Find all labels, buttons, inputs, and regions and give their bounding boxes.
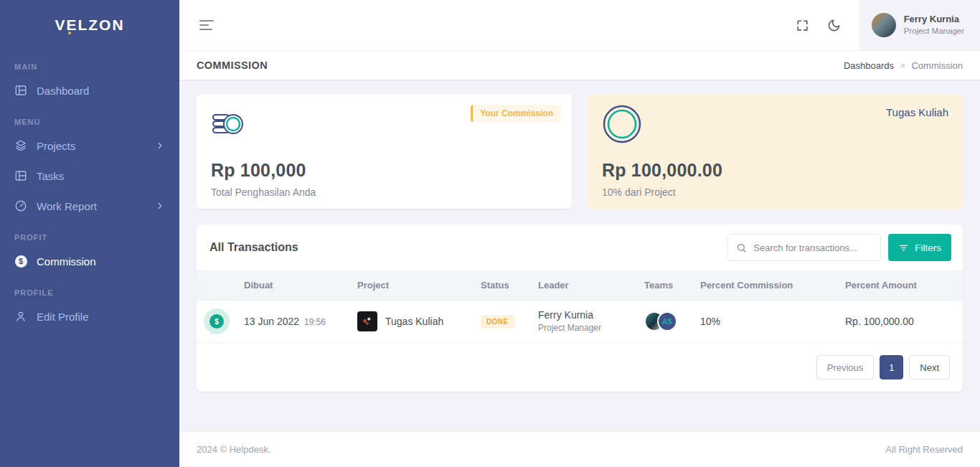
column-status: Status [475,270,532,301]
app-root: VELZON MAIN Dashboard MENU Projects Task… [0,0,980,467]
user-role: Project Manager [904,26,964,37]
footer-copyright: 2024 © Helpdesk. [197,444,271,455]
sidebar-item-projects[interactable]: Projects [0,131,179,161]
topbar: Ferry Kurnia Project Manager [179,0,980,50]
sidebar-item-label: Work Report [37,200,97,212]
filter-icon [898,242,909,253]
page-title-bar: COMMISSION Dashboards > Commission [179,50,980,80]
main-area: Ferry Kurnia Project Manager COMMISSION … [179,0,980,467]
commission-summary-card: Your Commission Rp 100,000 Total Penghas… [197,94,572,209]
brand-logo-text: VELZON [55,16,124,34]
user-avatar [872,13,896,37]
sidebar-item-work-report[interactable]: Work Report [0,191,179,221]
breadcrumb-dashboards[interactable]: Dashboards [844,60,894,71]
column-dibuat: Dibuat [238,270,352,301]
transaction-time: 19:56 [304,317,326,327]
pagination: Previous 1 Next [197,343,963,392]
sidebar-item-edit-profile[interactable]: Edit Profile [0,301,179,331]
filters-button-label: Filters [915,242,941,253]
page-title: COMMISSION [197,60,268,71]
total-commission-amount: Rp 100,000 [211,160,557,181]
sidebar-item-label: Commission [37,255,96,268]
sidebar-item-tasks[interactable]: Tasks [0,161,179,191]
column-percent-commission: Percent Commission [694,270,839,301]
leader-role: Project Manager [538,322,633,334]
transactions-card: All Transactions Filters [197,225,963,392]
team-avatar-initials: AS [657,311,677,331]
page-footer: 2024 © Helpdesk. All Right Reserved [179,431,980,467]
dashboard-icon [14,84,27,97]
person-icon [14,310,27,323]
transactions-header: All Transactions Filters [197,225,963,270]
column-leader: Leader [532,270,639,301]
pagination-next-button[interactable]: Next [909,355,950,379]
filters-button[interactable]: Filters [888,234,951,261]
dark-mode-moon-icon[interactable] [819,0,850,50]
pagination-previous-button[interactable]: Previous [816,355,875,379]
summary-cards-row: Your Commission Rp 100,000 Total Penghas… [197,94,963,209]
search-icon [736,242,747,253]
sidebar-section-menu: MENU [0,105,179,131]
layers-icon [14,139,27,152]
chevron-right-icon [155,141,165,151]
topbar-right: Ferry Kurnia Project Manager [787,0,980,50]
hamburger-menu-icon[interactable] [199,20,214,30]
tasks-icon [14,169,27,182]
column-percent-amount: Percent Amount [839,270,963,301]
brand-logo-dot [68,32,71,34]
user-name: Ferry Kurnia [904,14,964,26]
user-menu[interactable]: Ferry Kurnia Project Manager [859,0,980,50]
project-commission-amount: Rp 100,000.00 [602,160,948,181]
sidebar-section-main: MAIN [0,50,179,75]
your-commission-badge: Your Commission [471,105,560,122]
leader-name: Ferry Kurnia [538,308,633,322]
project-cell: Tugas Kuliah [357,311,469,331]
transaction-date: 13 Jun 2022 [244,316,299,327]
sidebar-item-label: Tasks [37,170,64,182]
pagination-page-1-button[interactable]: 1 [880,355,903,379]
transactions-title: All Transactions [208,241,298,254]
fullscreen-icon[interactable] [787,0,819,50]
percent-commission-value: 10% [700,316,720,327]
brand-logo[interactable]: VELZON [0,0,179,50]
gauge-icon [14,199,27,212]
breadcrumb-current: Commission [911,60,963,71]
breadcrumb-separator: > [900,61,905,70]
search-box [727,234,881,261]
percent-amount-value: Rp. 100,000.00 [845,316,914,327]
chevron-right-icon [155,201,165,211]
column-project: Project [352,270,475,301]
total-commission-subtitle: Total Penghasilan Anda [211,187,557,198]
column-icon [197,270,238,301]
breadcrumb: Dashboards > Commission [844,60,963,71]
sidebar-section-profile: PROFILE [0,276,179,301]
search-input[interactable] [753,242,872,253]
project-thumbnail [357,311,377,331]
table-row: $ 13 Jun 2022 19:56 Tugas Kuliah [197,301,963,343]
project-name: Tugas Kuliah [385,316,443,327]
transactions-actions: Filters [727,234,951,261]
column-teams: Teams [639,270,694,301]
transaction-money-icon: $ [204,308,230,334]
team-avatars: AS [644,311,689,331]
sidebar-item-label: Edit Profile [37,311,89,323]
project-commission-subtitle: 10% dari Project [602,187,948,198]
table-header-row: Dibuat Project Status Leader Teams Perce… [197,270,963,301]
status-badge: DONE [481,315,514,329]
transactions-table: Dibuat Project Status Leader Teams Perce… [197,270,963,343]
sidebar-item-label: Dashboard [37,85,89,97]
page-content: Your Commission Rp 100,000 Total Penghas… [179,80,980,431]
sidebar-item-dashboard[interactable]: Dashboard [0,75,179,105]
sidebar-item-commission[interactable]: $ Commission [0,246,179,276]
sidebar-section-profit: PROFIT [0,221,179,246]
sidebar: VELZON MAIN Dashboard MENU Projects Task… [0,0,179,467]
project-summary-card: Tugas Kuliah Rp 100,000.00 10% dari Proj… [588,94,963,209]
dollar-coin-icon: $ [14,255,27,268]
project-name-label: Tugas Kuliah [886,106,948,118]
sidebar-item-label: Projects [37,140,75,152]
footer-rights: All Right Reserved [885,444,963,455]
